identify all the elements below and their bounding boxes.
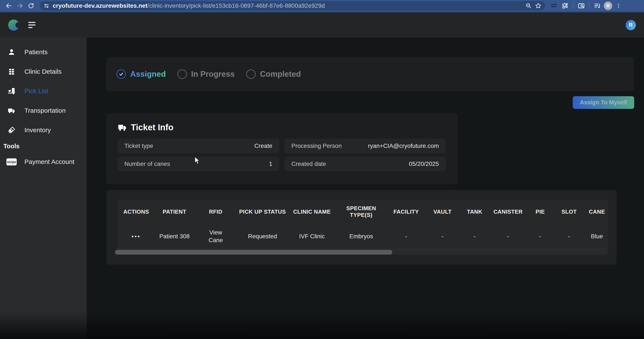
main-content: Assigned In Progress Completed Assign To…	[87, 38, 644, 339]
cell-tank: -	[458, 233, 491, 240]
field-created-date: Created date 05/20/2025	[284, 157, 446, 171]
user-avatar[interactable]: R	[626, 20, 636, 30]
field-value: 1	[269, 161, 272, 167]
scrollbar-thumb[interactable]	[115, 250, 392, 255]
col-actions: ACTIONS	[117, 208, 155, 215]
field-label: Ticket type	[124, 143, 153, 149]
sidebar-item-inventory[interactable]: Inventory	[0, 123, 87, 137]
step-assigned[interactable]: Assigned	[116, 70, 166, 79]
field-number-of-canes: Number of canes 1	[118, 157, 279, 171]
patients-icon	[6, 48, 17, 56]
sidebar-item-label: Patients	[24, 49, 48, 56]
table-horizontal-scrollbar[interactable]	[115, 250, 608, 255]
table-header-row: ACTIONS PATIENT RFID PICK UP STATUS CLIN…	[117, 200, 608, 224]
field-value: ryan+CIA@cryofuture.com	[368, 143, 439, 149]
toolbar-separator	[589, 3, 590, 9]
sidebar-section-tools: Tools	[0, 143, 87, 150]
step-radio-icon	[246, 70, 256, 79]
sidebar: Patients Clinic Details Pick List Transp…	[0, 38, 87, 339]
cell-slot: -	[555, 233, 583, 240]
field-value: 05/20/2025	[409, 161, 439, 167]
url-text[interactable]: cryofuture-dev.azurewebsites.net/clinic-…	[53, 2, 522, 9]
browser-menu-icon[interactable]	[614, 1, 624, 11]
back-icon[interactable]	[4, 1, 14, 11]
ticket-info-card: Ticket Info Ticket type Create Processin…	[106, 113, 458, 184]
col-rfid: RFID	[194, 208, 238, 215]
browser-profile-avatar[interactable]: R	[604, 2, 612, 10]
cell-facility: -	[386, 233, 426, 240]
col-specimen-types: SPECIMEN TYPE(S)	[336, 205, 386, 218]
playlist-icon[interactable]	[592, 1, 602, 11]
cell-clinic-name: IVF Clinic	[287, 233, 336, 240]
app-header: R	[0, 13, 644, 38]
cell-specimen-types: Embryos	[336, 233, 386, 240]
reload-icon[interactable]	[26, 1, 36, 11]
pick-list-table-card: ACTIONS PATIENT RFID PICK UP STATUS CLIN…	[106, 190, 616, 265]
step-label: Completed	[260, 70, 301, 79]
url-domain: cryofuture-dev.azurewebsites.net	[53, 2, 148, 9]
forward-icon[interactable]	[15, 1, 25, 11]
cell-canister: -	[491, 233, 526, 240]
col-clinic-name: CLINIC NAME	[287, 208, 336, 215]
tab-search-icon[interactable]	[576, 1, 586, 11]
field-label: Processing Person	[292, 143, 342, 149]
row-actions-menu-icon[interactable]: •••	[117, 233, 155, 240]
step-check-icon	[116, 70, 126, 79]
sidebar-item-label: Clinic Details	[24, 68, 62, 75]
field-label: Number of canes	[124, 161, 170, 167]
sidebar-item-label: Pick List	[24, 87, 48, 95]
field-processing-person: Processing Person ryan+CIA@cryofuture.co…	[284, 139, 446, 153]
col-cane: CANE	[583, 208, 608, 215]
sidebar-item-clinic-details[interactable]: Clinic Details	[0, 65, 87, 78]
cell-pie: -	[526, 233, 555, 240]
pick-list-icon	[6, 87, 17, 95]
ticket-truck-icon	[118, 123, 127, 132]
cell-pick-up-status: Requested	[238, 233, 287, 240]
col-pie: PIE	[526, 208, 555, 215]
col-canister: CANISTER	[491, 208, 526, 215]
sidebar-toggle-icon[interactable]	[28, 22, 36, 28]
step-completed[interactable]: Completed	[246, 70, 301, 79]
col-vault: VAULT	[426, 208, 458, 215]
assign-to-myself-button[interactable]: Assign To Myself	[573, 96, 634, 109]
zoom-icon[interactable]	[526, 3, 532, 9]
step-radio-icon	[178, 70, 187, 79]
extensions-icon[interactable]	[560, 1, 570, 11]
col-facility: FACILITY	[386, 208, 426, 215]
step-label: In Progress	[191, 70, 235, 79]
cell-cane: Blue	[583, 233, 608, 240]
col-pick-up-status: PICK UP STATUS	[238, 208, 287, 215]
ticket-info-title: Ticket Info	[131, 123, 174, 132]
cell-vault: -	[426, 233, 458, 240]
stripe-icon: stripe	[6, 158, 17, 165]
clinic-details-icon	[6, 68, 17, 75]
address-bar[interactable]: cryofuture-dev.azurewebsites.net/clinic-…	[40, 1, 545, 11]
sidebar-item-label: Payment Account	[24, 158, 74, 165]
step-label: Assigned	[130, 70, 166, 79]
sidebar-item-patients[interactable]: Patients	[0, 45, 87, 59]
inventory-vial-icon	[6, 126, 17, 134]
site-settings-icon[interactable]	[43, 3, 50, 9]
status-stepper: Assigned In Progress Completed	[106, 57, 634, 91]
field-value: Create	[254, 143, 272, 149]
toolbar-separator	[573, 3, 573, 9]
flag-extension-icon[interactable]	[549, 1, 559, 11]
sidebar-item-payment-account[interactable]: stripe Payment Account	[0, 155, 87, 169]
transportation-truck-icon	[6, 107, 17, 115]
table-row: ••• Patient 308 View Cane Requested IVF …	[117, 224, 608, 249]
field-ticket-type: Ticket type Create	[118, 139, 279, 153]
sidebar-item-pick-list[interactable]: Pick List	[0, 84, 87, 98]
browser-toolbar: cryofuture-dev.azurewebsites.net/clinic-…	[0, 0, 644, 13]
bookmark-star-icon[interactable]	[535, 2, 542, 9]
sidebar-item-label: Inventory	[24, 126, 51, 134]
cell-patient: Patient 308	[155, 233, 194, 240]
col-tank: TANK	[458, 208, 491, 215]
cell-rfid-view-cane-link[interactable]: View Cane	[194, 229, 238, 244]
sidebar-item-transportation[interactable]: Transportation	[0, 104, 87, 117]
url-path: /clinic-inventory/pick-list/e153cb16-069…	[148, 2, 325, 9]
field-label: Created date	[292, 161, 326, 167]
cryofuture-logo	[8, 20, 19, 31]
sidebar-item-label: Transportation	[24, 107, 66, 114]
step-in-progress[interactable]: In Progress	[178, 70, 235, 79]
col-slot: SLOT	[555, 208, 583, 215]
